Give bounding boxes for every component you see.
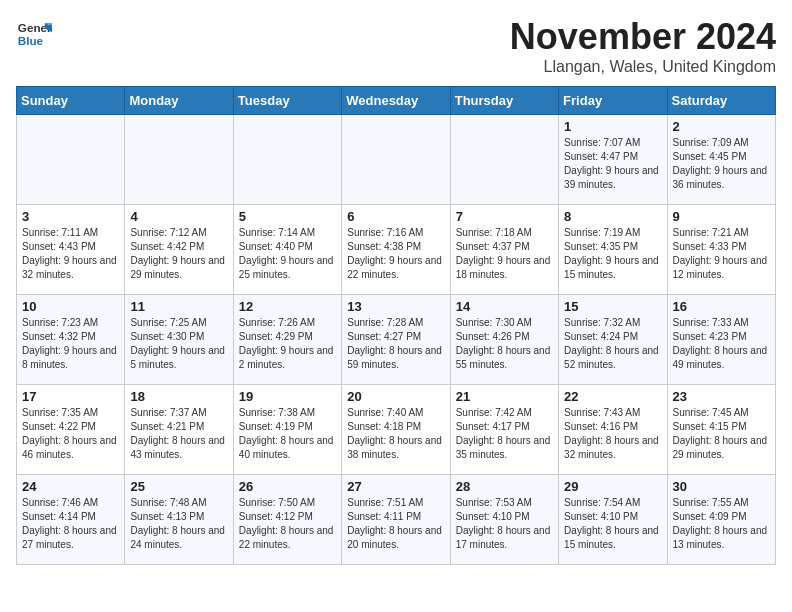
day-info: Sunrise: 7:32 AM Sunset: 4:24 PM Dayligh… — [564, 316, 661, 372]
weekday-header-monday: Monday — [125, 87, 233, 115]
calendar-cell: 2Sunrise: 7:09 AM Sunset: 4:45 PM Daylig… — [667, 115, 775, 205]
calendar-cell: 30Sunrise: 7:55 AM Sunset: 4:09 PM Dayli… — [667, 475, 775, 565]
day-info: Sunrise: 7:42 AM Sunset: 4:17 PM Dayligh… — [456, 406, 553, 462]
day-number: 6 — [347, 209, 444, 224]
day-number: 30 — [673, 479, 770, 494]
day-info: Sunrise: 7:51 AM Sunset: 4:11 PM Dayligh… — [347, 496, 444, 552]
day-info: Sunrise: 7:40 AM Sunset: 4:18 PM Dayligh… — [347, 406, 444, 462]
day-info: Sunrise: 7:35 AM Sunset: 4:22 PM Dayligh… — [22, 406, 119, 462]
day-number: 24 — [22, 479, 119, 494]
calendar-cell: 27Sunrise: 7:51 AM Sunset: 4:11 PM Dayli… — [342, 475, 450, 565]
page-subtitle: Llangan, Wales, United Kingdom — [510, 58, 776, 76]
calendar-week-5: 24Sunrise: 7:46 AM Sunset: 4:14 PM Dayli… — [17, 475, 776, 565]
calendar-week-4: 17Sunrise: 7:35 AM Sunset: 4:22 PM Dayli… — [17, 385, 776, 475]
day-number: 21 — [456, 389, 553, 404]
weekday-header-tuesday: Tuesday — [233, 87, 341, 115]
calendar-cell: 14Sunrise: 7:30 AM Sunset: 4:26 PM Dayli… — [450, 295, 558, 385]
calendar-table: SundayMondayTuesdayWednesdayThursdayFrid… — [16, 86, 776, 565]
calendar-cell — [342, 115, 450, 205]
weekday-row: SundayMondayTuesdayWednesdayThursdayFrid… — [17, 87, 776, 115]
day-number: 28 — [456, 479, 553, 494]
calendar-cell — [450, 115, 558, 205]
calendar-cell — [17, 115, 125, 205]
day-info: Sunrise: 7:45 AM Sunset: 4:15 PM Dayligh… — [673, 406, 770, 462]
calendar-header: SundayMondayTuesdayWednesdayThursdayFrid… — [17, 87, 776, 115]
title-block: November 2024 Llangan, Wales, United Kin… — [510, 16, 776, 76]
calendar-cell: 22Sunrise: 7:43 AM Sunset: 4:16 PM Dayli… — [559, 385, 667, 475]
calendar-cell: 9Sunrise: 7:21 AM Sunset: 4:33 PM Daylig… — [667, 205, 775, 295]
calendar-cell — [233, 115, 341, 205]
day-info: Sunrise: 7:38 AM Sunset: 4:19 PM Dayligh… — [239, 406, 336, 462]
day-info: Sunrise: 7:48 AM Sunset: 4:13 PM Dayligh… — [130, 496, 227, 552]
day-info: Sunrise: 7:19 AM Sunset: 4:35 PM Dayligh… — [564, 226, 661, 282]
calendar-cell — [125, 115, 233, 205]
day-number: 27 — [347, 479, 444, 494]
calendar-cell: 25Sunrise: 7:48 AM Sunset: 4:13 PM Dayli… — [125, 475, 233, 565]
calendar-cell: 21Sunrise: 7:42 AM Sunset: 4:17 PM Dayli… — [450, 385, 558, 475]
day-info: Sunrise: 7:12 AM Sunset: 4:42 PM Dayligh… — [130, 226, 227, 282]
calendar-cell: 20Sunrise: 7:40 AM Sunset: 4:18 PM Dayli… — [342, 385, 450, 475]
weekday-header-wednesday: Wednesday — [342, 87, 450, 115]
day-number: 11 — [130, 299, 227, 314]
calendar-cell: 18Sunrise: 7:37 AM Sunset: 4:21 PM Dayli… — [125, 385, 233, 475]
day-info: Sunrise: 7:54 AM Sunset: 4:10 PM Dayligh… — [564, 496, 661, 552]
day-number: 22 — [564, 389, 661, 404]
day-info: Sunrise: 7:33 AM Sunset: 4:23 PM Dayligh… — [673, 316, 770, 372]
day-info: Sunrise: 7:28 AM Sunset: 4:27 PM Dayligh… — [347, 316, 444, 372]
day-info: Sunrise: 7:23 AM Sunset: 4:32 PM Dayligh… — [22, 316, 119, 372]
day-number: 12 — [239, 299, 336, 314]
calendar-cell: 29Sunrise: 7:54 AM Sunset: 4:10 PM Dayli… — [559, 475, 667, 565]
day-number: 14 — [456, 299, 553, 314]
calendar-cell: 15Sunrise: 7:32 AM Sunset: 4:24 PM Dayli… — [559, 295, 667, 385]
calendar-cell: 19Sunrise: 7:38 AM Sunset: 4:19 PM Dayli… — [233, 385, 341, 475]
weekday-header-sunday: Sunday — [17, 87, 125, 115]
calendar-cell: 28Sunrise: 7:53 AM Sunset: 4:10 PM Dayli… — [450, 475, 558, 565]
page-header: General Blue General Blue November 2024 … — [16, 16, 776, 76]
day-info: Sunrise: 7:25 AM Sunset: 4:30 PM Dayligh… — [130, 316, 227, 372]
day-info: Sunrise: 7:16 AM Sunset: 4:38 PM Dayligh… — [347, 226, 444, 282]
day-number: 4 — [130, 209, 227, 224]
day-info: Sunrise: 7:37 AM Sunset: 4:21 PM Dayligh… — [130, 406, 227, 462]
day-info: Sunrise: 7:43 AM Sunset: 4:16 PM Dayligh… — [564, 406, 661, 462]
day-info: Sunrise: 7:11 AM Sunset: 4:43 PM Dayligh… — [22, 226, 119, 282]
calendar-cell: 23Sunrise: 7:45 AM Sunset: 4:15 PM Dayli… — [667, 385, 775, 475]
day-number: 2 — [673, 119, 770, 134]
calendar-cell: 17Sunrise: 7:35 AM Sunset: 4:22 PM Dayli… — [17, 385, 125, 475]
weekday-header-thursday: Thursday — [450, 87, 558, 115]
day-number: 20 — [347, 389, 444, 404]
calendar-cell: 12Sunrise: 7:26 AM Sunset: 4:29 PM Dayli… — [233, 295, 341, 385]
calendar-cell: 6Sunrise: 7:16 AM Sunset: 4:38 PM Daylig… — [342, 205, 450, 295]
day-info: Sunrise: 7:53 AM Sunset: 4:10 PM Dayligh… — [456, 496, 553, 552]
day-info: Sunrise: 7:50 AM Sunset: 4:12 PM Dayligh… — [239, 496, 336, 552]
day-number: 7 — [456, 209, 553, 224]
day-number: 13 — [347, 299, 444, 314]
day-number: 8 — [564, 209, 661, 224]
logo: General Blue General Blue — [16, 16, 52, 52]
calendar-week-2: 3Sunrise: 7:11 AM Sunset: 4:43 PM Daylig… — [17, 205, 776, 295]
logo-icon: General Blue — [16, 16, 52, 52]
day-info: Sunrise: 7:46 AM Sunset: 4:14 PM Dayligh… — [22, 496, 119, 552]
weekday-header-saturday: Saturday — [667, 87, 775, 115]
day-info: Sunrise: 7:09 AM Sunset: 4:45 PM Dayligh… — [673, 136, 770, 192]
calendar-cell: 13Sunrise: 7:28 AM Sunset: 4:27 PM Dayli… — [342, 295, 450, 385]
calendar-cell: 16Sunrise: 7:33 AM Sunset: 4:23 PM Dayli… — [667, 295, 775, 385]
day-number: 3 — [22, 209, 119, 224]
day-info: Sunrise: 7:55 AM Sunset: 4:09 PM Dayligh… — [673, 496, 770, 552]
day-number: 19 — [239, 389, 336, 404]
calendar-cell: 4Sunrise: 7:12 AM Sunset: 4:42 PM Daylig… — [125, 205, 233, 295]
day-number: 25 — [130, 479, 227, 494]
day-number: 29 — [564, 479, 661, 494]
day-number: 15 — [564, 299, 661, 314]
calendar-cell: 7Sunrise: 7:18 AM Sunset: 4:37 PM Daylig… — [450, 205, 558, 295]
day-info: Sunrise: 7:30 AM Sunset: 4:26 PM Dayligh… — [456, 316, 553, 372]
calendar-cell: 5Sunrise: 7:14 AM Sunset: 4:40 PM Daylig… — [233, 205, 341, 295]
calendar-cell: 1Sunrise: 7:07 AM Sunset: 4:47 PM Daylig… — [559, 115, 667, 205]
svg-marker-3 — [48, 23, 53, 25]
calendar-week-1: 1Sunrise: 7:07 AM Sunset: 4:47 PM Daylig… — [17, 115, 776, 205]
day-info: Sunrise: 7:18 AM Sunset: 4:37 PM Dayligh… — [456, 226, 553, 282]
calendar-cell: 8Sunrise: 7:19 AM Sunset: 4:35 PM Daylig… — [559, 205, 667, 295]
svg-text:Blue: Blue — [18, 34, 44, 47]
day-info: Sunrise: 7:21 AM Sunset: 4:33 PM Dayligh… — [673, 226, 770, 282]
calendar-cell: 26Sunrise: 7:50 AM Sunset: 4:12 PM Dayli… — [233, 475, 341, 565]
day-info: Sunrise: 7:26 AM Sunset: 4:29 PM Dayligh… — [239, 316, 336, 372]
